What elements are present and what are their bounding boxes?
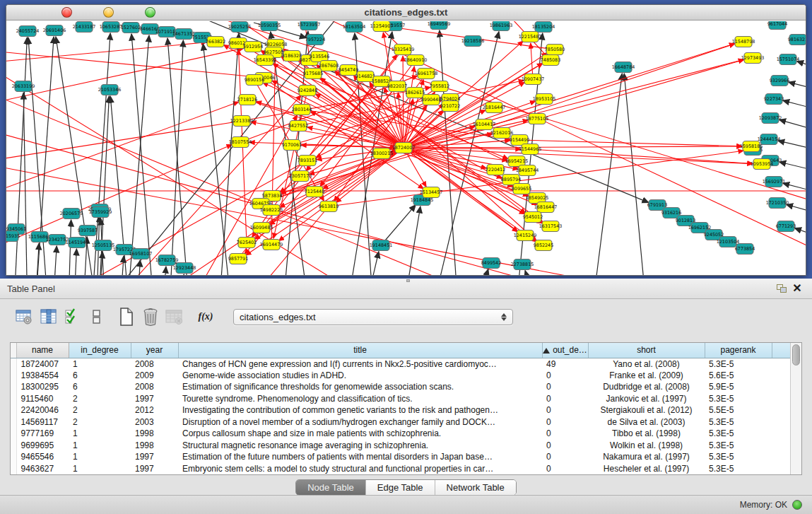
node[interactable]: 12103504 [717,237,740,247]
selected-node[interactable]: 16104417 [473,119,496,130]
selected-node[interactable]: 7850580 [545,45,565,55]
function-builder-button[interactable]: f(x) [195,307,216,327]
node[interactable]: 16648784 [612,62,635,73]
selected-node[interactable]: 9175685 [303,69,323,79]
node[interactable]: 7957224 [305,35,325,45]
column-header-year[interactable]: year [131,343,178,358]
tab-network-table[interactable]: Network Table [435,480,516,495]
selected-node[interactable]: 11544965 [519,144,542,155]
selected-node[interactable]: 18107554 [229,137,252,148]
node[interactable]: 12444154 [758,134,781,145]
node[interactable]: 16949569 [428,21,451,30]
network-window-titlebar[interactable]: citations_edges.txt [6,5,806,21]
citation-network-graph[interactable]: 2405572420691406214331871065328715276028… [6,21,806,276]
selected-node[interactable]: 12162016 [490,128,514,139]
node[interactable]: 19148451 [370,240,393,251]
node[interactable]: 20206575 [60,209,83,219]
node[interactable]: 16958107 [129,249,153,259]
node[interactable]: 24055724 [16,26,40,37]
column-header-short[interactable]: short [588,343,705,358]
node[interactable]: 11451945 [66,238,89,248]
selected-node[interactable]: 7220412 [486,165,505,175]
selected-node[interactable]: 9545012 [523,212,543,223]
delete-table-button[interactable] [164,307,185,327]
float-panel-button[interactable] [774,281,789,296]
selected-node[interactable]: 12215487 [519,32,542,42]
table-select-dropdown[interactable]: citations_edges.txt [233,309,513,325]
node[interactable]: 10653287 [100,22,123,33]
node[interactable]: 8499542 [481,258,501,269]
selected-node[interactable]: 2803144 [292,105,312,115]
zoom-window-button[interactable] [145,7,155,18]
table-row[interactable]: 969969511998Structural magnetic resonanc… [11,440,790,452]
selected-node[interactable]: 7893151 [298,156,317,166]
tab-edge-table[interactable]: Edge Table [365,480,435,495]
node[interactable]: 1527602 [121,23,141,33]
selected-node[interactable]: 2718126 [237,95,257,105]
selected-node[interactable]: 8427552 [288,121,308,132]
table-row[interactable]: 1938455462009Genome-wide association stu… [11,370,790,382]
selected-node[interactable]: 7955812 [430,81,449,92]
selected-node[interactable]: 12973493 [741,53,765,64]
table-row[interactable]: 1456911722003Disruption of a novel membe… [11,416,790,428]
selected-node[interactable]: 7485083 [541,55,560,66]
node[interactable]: 18135204 [532,22,555,33]
node[interactable]: 18163504 [343,22,366,33]
table-settings-button[interactable] [14,307,35,327]
node[interactable]: 19218586 [461,36,485,47]
node[interactable]: 9397587 [78,226,98,236]
node[interactable]: 12923448 [173,263,196,274]
network-view-canvas[interactable]: 2405572420691406214331871065328715276028… [6,21,806,275]
selected-node[interactable]: 8099655 [512,184,531,194]
table-row[interactable]: 2242004622012Investigating the contribut… [11,404,790,416]
selected-node[interactable]: 10907437 [522,74,545,85]
close-window-button[interactable] [61,7,72,18]
table-vertical-scrollbar[interactable] [790,343,801,474]
selected-node[interactable]: 12415249 [514,230,537,241]
scrollbar-thumb[interactable] [792,344,800,366]
select-columns-check-button[interactable] [62,307,83,327]
selected-node[interactable]: 9852245 [534,240,553,251]
selected-node[interactable]: 13325419 [392,45,415,55]
close-panel-button[interactable]: ✕ [789,281,805,296]
selected-node[interactable]: 9210722 [440,101,460,112]
selected-node[interactable]: 18724007 [392,143,416,153]
node[interactable]: 16782759 [155,255,179,266]
selected-node[interactable]: 18640910 [404,55,428,66]
selected-node[interactable]: 11548798 [732,37,755,47]
selected-node[interactable]: 23057173 [289,171,312,182]
tab-node-table[interactable]: Node Table [296,480,365,495]
node[interactable]: 21053346 [98,85,122,95]
selected-node[interactable]: 9890156 [245,75,264,86]
node[interactable]: 17359929 [89,207,112,218]
selected-node[interactable]: 8990448 [421,95,441,105]
selected-node[interactable]: 15958185 [740,141,763,152]
selected-node[interactable]: 9613819 [319,201,339,212]
selected-node[interactable]: 14982225 [260,205,283,216]
node[interactable]: 21433187 [73,22,96,33]
node[interactable]: 3915935 [6,231,20,242]
delete-rows-button[interactable] [140,307,161,327]
selected-node[interactable]: 2867608 [319,61,339,71]
minimize-window-button[interactable] [103,7,114,18]
table-row[interactable]: 946362711997Embryonic stem cells: a mode… [11,463,790,475]
selected-node[interactable]: 9242848 [298,86,317,96]
node[interactable]: 9329966 [770,76,789,86]
selected-node[interactable]: 7125440 [305,187,324,197]
selected-node[interactable]: 21816447 [483,103,506,113]
node[interactable]: 6771293 [776,221,796,232]
table-row[interactable]: 946554611997Estimation of the future num… [11,451,790,463]
row-height-button[interactable] [86,307,107,327]
node[interactable]: 15751074 [777,54,800,65]
selected-node[interactable]: 7625402 [237,238,257,248]
column-header-name[interactable]: name [16,343,69,358]
column-header-title[interactable]: title [178,343,542,358]
selected-node[interactable]: 5912954 [243,42,263,52]
node[interactable]: 12093872 [759,113,782,124]
selected-node[interactable]: 11254907 [370,21,394,32]
new-document-button[interactable] [116,307,137,327]
selected-node[interactable]: 16317543 [539,221,563,232]
node[interactable]: 15723957 [298,21,321,30]
selected-node[interactable]: 7663822 [206,37,225,47]
node[interactable]: 9617044 [767,21,787,30]
